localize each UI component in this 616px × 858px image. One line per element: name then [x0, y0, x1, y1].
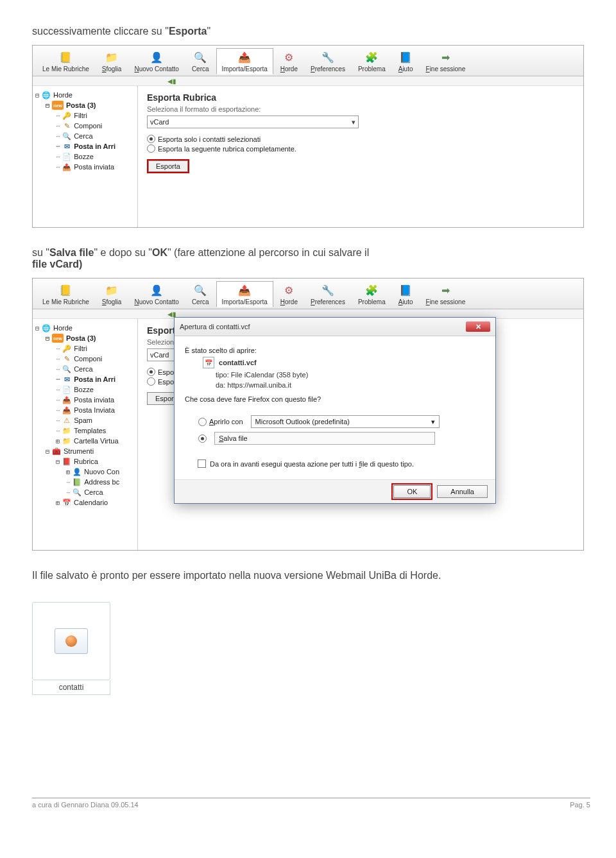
toolbar-problema[interactable]: 🧩Problema	[352, 281, 391, 307]
folder-icon: 📁	[62, 436, 71, 445]
dialog-da: da: https://wmail.uniba.it	[185, 381, 485, 389]
instruction-line: successivamente cliccare su "Esporta"	[32, 26, 584, 37]
tree-nuovocon[interactable]: ⊞👤Nuovo Con	[35, 467, 135, 477]
toolbar-prefs[interactable]: 🔧Preferences	[305, 281, 351, 307]
tree-posta-arrivo[interactable]: ···✉Posta in Arri	[35, 374, 135, 384]
file-thumbnail[interactable]: contatti	[32, 602, 110, 695]
tree-horde[interactable]: ⊟🌐Horde	[35, 90, 135, 100]
sent-icon: 📤	[62, 395, 71, 404]
close-icon[interactable]: ✕	[466, 322, 490, 332]
sent-icon: 📤	[62, 406, 71, 415]
tree-addressbc[interactable]: ···📗Address bc	[35, 477, 135, 487]
exit-icon: ➡	[438, 283, 452, 297]
import-export-icon: 📤	[237, 283, 252, 297]
new-badge-icon: new	[52, 101, 64, 110]
toolbar-fine[interactable]: ➡Fine sessione	[420, 281, 472, 307]
toolbar-prefs[interactable]: 🔧Preferences	[305, 48, 351, 74]
sidebar: ⊟🌐Horde ⊟newPosta (3) ···🔑Filtri ···✎Com…	[33, 86, 138, 227]
tree-spam[interactable]: ···⚠Spam	[35, 415, 135, 425]
tree-bozze[interactable]: ···📄Bozze	[35, 384, 135, 395]
toolbar-nuovo[interactable]: 👤Nuovo Contatto	[128, 48, 185, 74]
radio-save-file[interactable]: Salva file	[198, 432, 472, 445]
toolbar-cerca[interactable]: 🔍Cerca	[186, 48, 215, 74]
import-export-icon: 📤	[237, 50, 252, 64]
search-icon: 🔍	[193, 283, 207, 297]
folder-icon: 📁	[62, 426, 71, 435]
dialog-titlebar: Apertura di contatti.vcf ✕	[175, 318, 495, 336]
tree-inviata[interactable]: ···📤Posta inviata	[35, 162, 135, 172]
screenshot-1: 📒Le Mie Rubriche 📁Sfoglia 👤Nuovo Contatt…	[32, 45, 584, 228]
contact-icon: 👤	[73, 467, 81, 476]
tree-strumenti[interactable]: ⊟🧰Strumenti	[35, 446, 135, 456]
tree-calendario[interactable]: ⊞📅Calendario	[35, 497, 135, 508]
sub-bar: ◀▮	[33, 76, 583, 86]
globe-icon: 🌐	[42, 323, 51, 332]
toolbar-fine[interactable]: ➡Fine sessione	[420, 48, 472, 74]
footer-author: a cura di Gennaro Diana 09.05.14	[32, 801, 139, 809]
open-with-select[interactable]: Microsoft Outlook (predefinita)▾	[251, 415, 440, 428]
tree-cerca[interactable]: ···🔍Cerca	[35, 131, 135, 141]
pane-toggle-icon[interactable]: ◀▮	[167, 78, 176, 85]
toolbar-sfoglia[interactable]: 📁Sfoglia	[96, 281, 128, 307]
folder-icon: 📁	[105, 50, 119, 64]
pane-toggle-icon[interactable]: ◀▮	[167, 311, 176, 318]
radio-selected-contacts[interactable]: Esporta solo i contatti selezionati	[147, 135, 574, 143]
tree-horde[interactable]: ⊟🌐Horde	[35, 323, 135, 333]
tree-virtual[interactable]: ⊞📁Cartella Virtua	[35, 436, 135, 446]
tree-inviata[interactable]: ···📤Posta inviata	[35, 395, 135, 405]
toolbar-nuovo[interactable]: 👤Nuovo Contatto	[128, 281, 185, 307]
screenshot-2: 📒Le Mie Rubriche 📁Sfoglia 👤Nuovo Contatt…	[32, 278, 584, 551]
book-icon: 📒	[58, 283, 73, 297]
remember-checkbox[interactable]: Da ora in avanti esegui questa azione pe…	[198, 459, 485, 468]
toolbar-sfoglia[interactable]: 📁Sfoglia	[96, 48, 128, 74]
tree-posta-arrivo[interactable]: ···✉Posta in Arri	[35, 141, 135, 151]
toolbar-import-export[interactable]: 📤Importa/Esporta	[216, 281, 273, 307]
panel-heading: Esporta Rubrica	[147, 92, 574, 103]
tree-bozze[interactable]: ···📄Bozze	[35, 151, 135, 162]
folder-icon: 📁	[105, 283, 119, 297]
esporta-button[interactable]: Esporta	[147, 159, 189, 173]
new-contact-icon: 👤	[150, 50, 164, 64]
prefs-icon: 🔧	[321, 283, 335, 297]
radio-open-with[interactable]: Aprirlo con Microsoft Outlook (predefini…	[198, 415, 472, 428]
tree-filtri[interactable]: ···🔑Filtri	[35, 343, 135, 354]
radio-icon	[147, 144, 155, 153]
prefs-icon: 🔧	[321, 50, 335, 64]
tree-posta[interactable]: ⊟newPosta (3)	[35, 100, 135, 110]
search-icon: 🔍	[193, 50, 207, 64]
instruction-line: su "Salva file" e dopo su "OK" (fare att…	[32, 247, 584, 270]
tree-componi[interactable]: ···✎Componi	[35, 121, 135, 131]
tree-templates[interactable]: ···📁Templates	[35, 425, 135, 436]
compose-icon: ✎	[62, 121, 71, 130]
tree-filtri[interactable]: ···🔑Filtri	[35, 110, 135, 121]
toolbar-aiuto[interactable]: 📘Aiuto	[393, 48, 419, 74]
tree-rubrica[interactable]: ⊟📕Rubrica	[35, 456, 135, 467]
toolbar-cerca[interactable]: 🔍Cerca	[186, 281, 215, 307]
horde-icon: ⚙	[282, 283, 296, 297]
tree-cerca[interactable]: ···🔍Cerca	[35, 364, 135, 374]
tree-inviata2[interactable]: ···📤Posta Inviata	[35, 405, 135, 415]
tree-posta[interactable]: ⊟newPosta (3)	[35, 333, 135, 343]
filter-icon: 🔑	[62, 111, 71, 120]
search-icon: 🔍	[62, 132, 71, 141]
ok-button[interactable]: OK	[393, 485, 431, 498]
toolbar-horde[interactable]: ⚙Horde	[275, 48, 304, 74]
toolbar-horde[interactable]: ⚙Horde	[275, 281, 304, 307]
tree-cerca2[interactable]: ···🔍Cerca	[35, 487, 135, 497]
globe-icon: 🌐	[42, 90, 51, 99]
toolbar-rubriche[interactable]: 📒Le Mie Rubriche	[37, 281, 95, 307]
tree-componi[interactable]: ···✎Componi	[35, 354, 135, 364]
horde-icon: ⚙	[282, 50, 296, 64]
toolbar-import-export[interactable]: 📤Importa/Esporta	[216, 48, 273, 74]
format-select[interactable]: vCard▾	[147, 116, 359, 128]
dialog-question: Che cosa deve fare Firefox con questo fi…	[185, 395, 485, 403]
inbox-icon: ✉	[62, 375, 71, 384]
toolbar-aiuto[interactable]: 📘Aiuto	[393, 281, 419, 307]
firefox-open-dialog: Apertura di contatti.vcf ✕ È stato scelt…	[174, 317, 496, 504]
cancel-button[interactable]: Annulla	[437, 485, 488, 498]
radio-full-rubrica[interactable]: Esporta la seguente rubrica completament…	[147, 144, 574, 153]
toolbar-problema[interactable]: 🧩Problema	[352, 48, 391, 74]
toolbar-rubriche[interactable]: 📒Le Mie Rubriche	[37, 48, 95, 74]
calendar-icon: 📅	[62, 498, 71, 507]
instruction-line: Il file salvato è pronto per essere impo…	[32, 570, 584, 581]
